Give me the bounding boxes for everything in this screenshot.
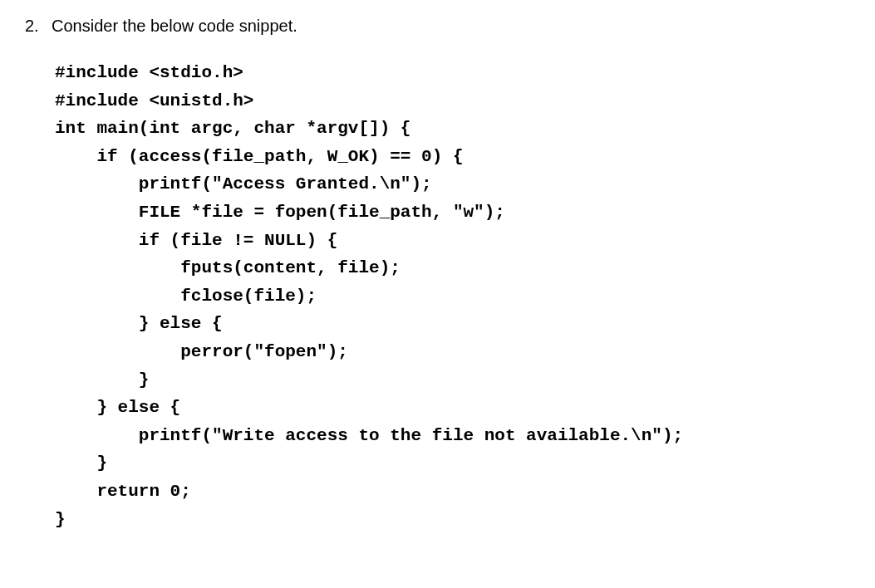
question-line: 2. Consider the below code snippet. bbox=[25, 17, 850, 36]
code-snippet: #include <stdio.h> #include <unistd.h> i… bbox=[55, 59, 850, 533]
question-prompt: Consider the below code snippet. bbox=[48, 17, 297, 36]
question-number: 2. bbox=[25, 17, 48, 36]
